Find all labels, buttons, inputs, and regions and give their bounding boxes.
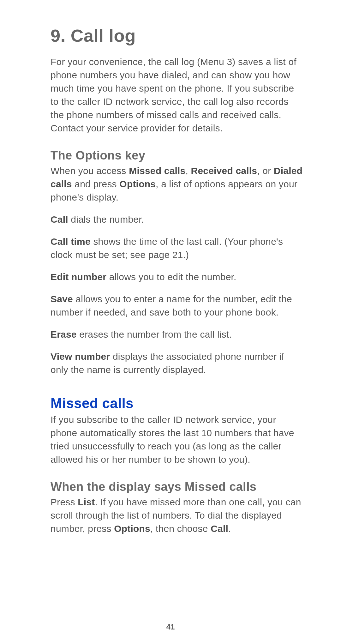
option-edit-number: Edit number allows you to edit the numbe… <box>51 270 303 284</box>
text: , or <box>257 166 274 176</box>
text: allows you to edit the number. <box>106 272 236 282</box>
bold-list: List <box>78 497 95 507</box>
chapter-intro: For your convenience, the call log (Menu… <box>51 55 303 135</box>
manual-page: 9. Call log For your convenience, the ca… <box>0 0 341 644</box>
option-call: Call dials the number. <box>51 213 303 226</box>
missed-calls-heading: Missed calls <box>51 395 303 411</box>
missed-calls-intro: If you subscribe to the caller ID networ… <box>51 413 303 466</box>
bold-edit-number: Edit number <box>51 272 106 282</box>
option-erase: Erase erases the number from the call li… <box>51 328 303 341</box>
bold-call-time: Call time <box>51 236 91 247</box>
text: , then choose <box>150 523 211 534</box>
option-save: Save allows you to enter a name for the … <box>51 292 303 319</box>
chapter-number: 9. <box>51 26 66 45</box>
option-view-number: View number displays the associated phon… <box>51 350 303 376</box>
bold-missed-calls: Missed calls <box>129 166 185 176</box>
bold-view-number: View number <box>51 351 110 362</box>
chapter-title: 9. Call log <box>51 25 303 46</box>
text: Press <box>51 497 78 507</box>
bold-options: Options <box>119 179 156 189</box>
chapter-name: Call log <box>71 26 136 45</box>
text: . <box>228 523 231 534</box>
text: erases the number from the call list. <box>77 329 232 340</box>
missed-calls-sub-heading: When the display says Missed calls <box>51 480 303 494</box>
page-number: 41 <box>0 623 341 631</box>
bold-erase: Erase <box>51 329 77 340</box>
text: When you access <box>51 166 129 176</box>
bold-save: Save <box>51 294 73 304</box>
option-call-time: Call time shows the time of the last cal… <box>51 235 303 262</box>
text: , <box>185 166 191 176</box>
text: allows you to enter a name for the numbe… <box>51 294 292 317</box>
text: and press <box>72 179 120 189</box>
bold-call: Call <box>51 214 68 225</box>
options-key-heading: The Options key <box>51 149 303 162</box>
bold-call: Call <box>211 523 228 534</box>
bold-options: Options <box>114 523 150 534</box>
missed-calls-sub-body: Press List. If you have missed more than… <box>51 496 303 535</box>
options-key-intro: When you access Missed calls, Received c… <box>51 164 303 204</box>
text: dials the number. <box>68 214 144 225</box>
bold-received-calls: Received calls <box>191 166 257 176</box>
